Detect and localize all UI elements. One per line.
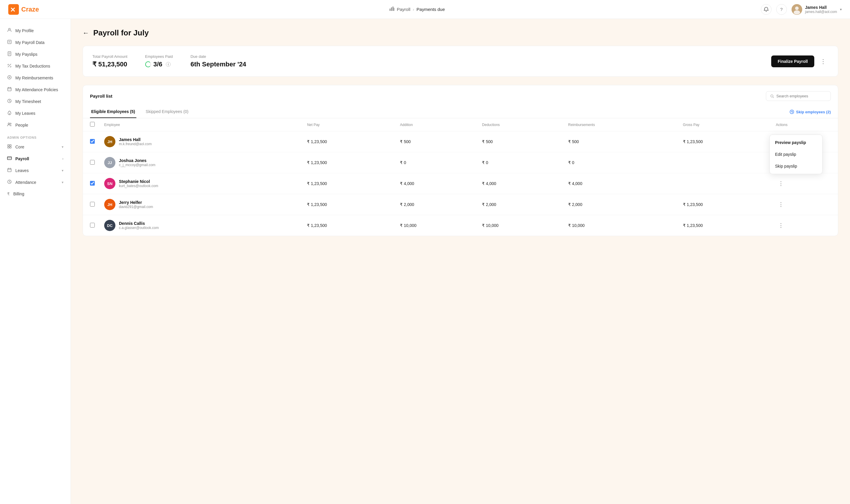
tab-skipped-employees[interactable]: Skipped Employees (0) xyxy=(145,106,190,118)
svg-rect-5 xyxy=(394,8,394,11)
col-actions: Actions xyxy=(771,118,838,131)
row-checkbox-cell-2 xyxy=(83,152,100,173)
sidebar-label-billing: Billing xyxy=(13,192,24,196)
actions-cell-3: ⋮ xyxy=(771,173,838,194)
employee-email: c.a.glasser@outlook.com xyxy=(119,226,159,230)
chevron-down-leaves-icon: ▾ xyxy=(62,168,64,173)
sidebar-label-my-attendance-policies: My Attendance Policies xyxy=(15,87,58,92)
svg-rect-32 xyxy=(8,168,11,172)
sidebar-item-my-timesheet[interactable]: My Timesheet xyxy=(0,96,71,107)
svg-rect-26 xyxy=(8,145,9,146)
select-all-checkbox[interactable] xyxy=(90,122,95,127)
sidebar-item-my-attendance-policies[interactable]: My Attendance Policies xyxy=(0,84,71,96)
svg-point-7 xyxy=(795,6,799,10)
help-button[interactable]: ? xyxy=(776,4,787,15)
row-checkbox-5[interactable] xyxy=(90,223,95,228)
svg-text:✕: ✕ xyxy=(10,6,15,14)
header-right: ? James Hall james.hall@aol.com ▾ xyxy=(761,4,842,15)
sidebar-item-my-reimbursements[interactable]: My Reimbursements xyxy=(0,72,71,84)
tab-eligible-employees[interactable]: Eligible Employees (5) xyxy=(90,106,137,118)
employees-paid-label: Employees Paid xyxy=(145,54,173,59)
back-button[interactable]: ← xyxy=(83,29,89,37)
svg-rect-10 xyxy=(8,40,11,44)
breadcrumb-sep: › xyxy=(413,7,414,12)
info-icon[interactable]: i xyxy=(166,62,170,67)
row-checkbox-2[interactable] xyxy=(90,160,95,165)
user-email: james.hall@aol.com xyxy=(805,10,837,14)
svg-point-24 xyxy=(8,123,10,125)
sidebar-item-people[interactable]: People xyxy=(0,119,71,131)
sidebar-item-my-tax-deductions[interactable]: My Tax Deductions xyxy=(0,60,71,72)
reimbursements-1: ₹ 500 xyxy=(563,131,678,152)
sidebar-item-my-profile[interactable]: My Profile xyxy=(0,25,71,37)
sidebar-label-leaves-admin: Leaves xyxy=(15,168,29,173)
svg-point-9 xyxy=(8,28,10,30)
col-gross-pay: Gross Pay xyxy=(678,118,771,131)
actions-button-5[interactable]: ⋮ xyxy=(776,221,786,230)
row-checkbox-1[interactable] xyxy=(90,139,95,144)
finalize-payroll-button[interactable]: Finalize Payroll xyxy=(771,55,814,67)
svg-rect-30 xyxy=(7,157,12,160)
row-checkbox-cell-3 xyxy=(83,173,100,194)
sidebar-item-payroll[interactable]: Payroll › xyxy=(0,153,71,165)
col-employee: Employee xyxy=(100,118,302,131)
addition-5: ₹ 10,000 xyxy=(395,215,477,236)
skip-employees-button[interactable]: Skip employees (2) xyxy=(790,109,831,114)
table-row: JJ Joshua Jones c_j_mccoy@gmail.com ₹ 1,… xyxy=(83,152,838,173)
employee-cell-2: JJ Joshua Jones c_j_mccoy@gmail.com xyxy=(100,152,302,173)
craze-logo-icon: ✕ xyxy=(8,4,19,15)
search-box xyxy=(766,91,831,101)
dropdown-skip-payslip[interactable]: Skip payslip xyxy=(770,160,822,172)
employee-name: Stephanie Nicol xyxy=(119,179,158,184)
row-checkbox-4[interactable] xyxy=(90,202,95,206)
svg-point-39 xyxy=(790,110,794,114)
gross-pay-5: ₹ 1,23,500 xyxy=(678,215,771,236)
sidebar-item-core[interactable]: Core ▾ xyxy=(0,141,71,153)
table-row: JH James Hall m.k.freund@aol.com ₹ 1,23,… xyxy=(83,131,838,152)
sidebar-label-my-profile: My Profile xyxy=(15,28,34,33)
total-payroll-item: Total Payroll Amount ₹ 51,23,500 xyxy=(92,54,127,68)
employee-avatar: SN xyxy=(104,178,115,189)
admin-section-label: ADMIN OPTIONS xyxy=(0,131,71,141)
svg-line-38 xyxy=(773,97,774,98)
sidebar-label-my-payslips: My Payslips xyxy=(15,52,37,57)
payroll-icon xyxy=(7,156,12,162)
row-checkbox-3[interactable] xyxy=(90,181,95,186)
actions-button-3[interactable]: ⋮ xyxy=(776,179,786,188)
search-input[interactable] xyxy=(776,94,826,98)
dropdown-edit-payslip[interactable]: Edit payslip xyxy=(770,148,822,160)
dropdown-preview-payslip[interactable]: Preview payslip xyxy=(770,137,822,148)
user-menu[interactable]: James Hall james.hall@aol.com ▾ xyxy=(792,4,842,15)
sidebar-label-my-tax-deductions: My Tax Deductions xyxy=(15,64,50,69)
search-icon xyxy=(770,94,774,98)
employee-cell-4: JH Jerry Helfer david291@gmail.com xyxy=(100,194,302,215)
table-header-row: Employee Net Pay Addition Deductions Rei… xyxy=(83,118,838,131)
total-payroll-label: Total Payroll Amount xyxy=(92,54,127,59)
sidebar-item-billing[interactable]: ₹ Billing xyxy=(0,188,71,199)
employees-paid-value: 3/6 i xyxy=(145,60,173,68)
breadcrumb-parent[interactable]: Payroll xyxy=(397,7,411,12)
addition-1: ₹ 500 xyxy=(395,131,477,152)
net-pay-3: ₹ 1,23,500 xyxy=(302,173,395,194)
sidebar-item-leaves-admin[interactable]: Leaves ▾ xyxy=(0,165,71,177)
employee-avatar: JH xyxy=(104,199,115,210)
sidebar-item-attendance-admin[interactable]: Attendance ▾ xyxy=(0,177,71,188)
sidebar-label-attendance-admin: Attendance xyxy=(15,180,36,185)
billing-icon: ₹ xyxy=(7,191,10,197)
actions-button-4[interactable]: ⋮ xyxy=(776,200,786,209)
employee-email: m.k.freund@aol.com xyxy=(119,142,152,146)
page-title-row: ← Payroll for July xyxy=(83,28,838,37)
row-checkbox-cell-4 xyxy=(83,194,100,215)
payroll-table: Employee Net Pay Addition Deductions Rei… xyxy=(83,118,838,236)
sidebar-item-my-leaves[interactable]: My Leaves xyxy=(0,107,71,119)
employee-avatar: JJ xyxy=(104,157,115,168)
sidebar-item-my-payroll-data[interactable]: My Payroll Data xyxy=(0,37,71,48)
sidebar-item-my-payslips[interactable]: My Payslips xyxy=(0,48,71,60)
notification-button[interactable] xyxy=(761,4,772,15)
people-icon xyxy=(7,122,12,128)
more-options-button[interactable]: ⋮ xyxy=(818,57,829,66)
employee-name: Joshua Jones xyxy=(119,158,156,163)
leaves-icon xyxy=(7,110,12,116)
user-info: James Hall james.hall@aol.com xyxy=(805,5,837,14)
breadcrumb-current: Payments due xyxy=(416,7,445,12)
